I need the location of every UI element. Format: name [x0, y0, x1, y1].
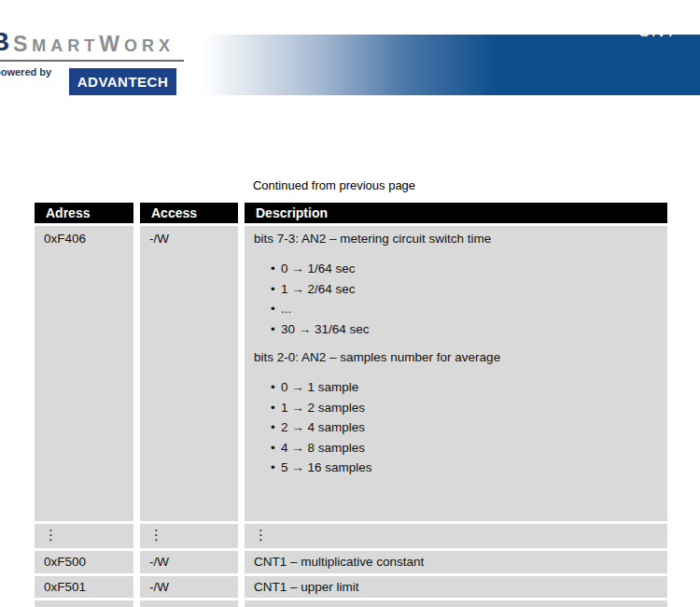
cell-access-ellipsis: ⋮ [140, 524, 238, 548]
bb-logo-b: B [0, 29, 9, 55]
list-item: 0 → 1/64 sec [271, 259, 667, 279]
cell-adress-ellipsis: ⋮ [35, 524, 133, 548]
desc-bits-7-3: bits 7-3: AN2 – metering circuit switch … [254, 232, 667, 246]
smartworx-logo: SMARTWORX [13, 34, 175, 56]
cell-access: -/W [140, 600, 238, 607]
list-item: 1 → 2 samples [271, 398, 667, 418]
cell-description: CNT1 – lower limit [245, 600, 667, 607]
cell-access: -/W [140, 226, 238, 521]
smartworx-letter: S [13, 32, 32, 56]
list-item: 30 → 31/64 sec [271, 319, 667, 340]
cell-access: -/W [140, 551, 238, 573]
cell-description: bits 7-3: AN2 – metering circuit switch … [245, 226, 667, 521]
smartworx-letter: W [99, 32, 124, 56]
bullet-list-samples: 0 → 1 sample 1 → 2 samples 2 → 4 samples… [254, 377, 667, 478]
cell-description: CNT1 – multiplicative constant [245, 551, 667, 573]
table-row-ellipsis: ⋮ ⋮ ⋮ [35, 524, 667, 548]
banner-title: CNT [637, 21, 677, 39]
cell-adress: 0xF406 [35, 226, 133, 521]
header-cell-access: Access [140, 203, 238, 223]
advantech-logo: ADVANTECH [69, 68, 176, 95]
desc-bits-2-0: bits 2-0: AN2 – samples number for avera… [254, 350, 667, 364]
cell-access: -/W [140, 576, 238, 598]
bullet-list-switch-time: 0 → 1/64 sec 1 → 2/64 sec ... 30 → 31/64… [254, 259, 667, 339]
list-item: 4 → 8 samples [271, 438, 667, 459]
list-item: 5 → 16 samples [271, 458, 667, 478]
list-item: ... [271, 299, 667, 319]
cell-description: CNT1 – upper limit [245, 576, 667, 598]
list-item: 1 → 2/64 sec [271, 279, 667, 300]
powered-by-label: powered by [0, 66, 51, 78]
continued-note: Continued from previous page [0, 178, 668, 192]
table-row-f500: 0xF500 -/W CNT1 – multiplicative constan… [35, 551, 667, 573]
smartworx-letters: MART [32, 36, 99, 55]
cell-adress: 0xF502 [35, 600, 133, 607]
table-header-row: Adress Access Description [35, 203, 667, 223]
cell-adress: 0xF501 [35, 576, 133, 598]
list-item: 2 → 4 samples [271, 417, 667, 438]
table-row-f502: 0xF502 -/W CNT1 – lower limit [35, 600, 667, 607]
advantech-logo-text: ADVANTECH [77, 74, 169, 90]
brand-divider-rule [0, 60, 184, 62]
header-cell-description: Description [245, 203, 667, 223]
cell-adress: 0xF500 [35, 551, 133, 573]
smartworx-letters: ORX [124, 36, 175, 55]
table-row-f406: 0xF406 -/W bits 7-3: AN2 – metering circ… [35, 226, 667, 521]
manual-page: CNT B SMARTWORX powered by ADVANTECH Con… [0, 0, 700, 607]
cell-description-ellipsis: ⋮ [245, 524, 667, 548]
list-item: 0 → 1 sample [271, 377, 667, 398]
header-cell-adress: Adress [35, 203, 133, 223]
table-row-f501: 0xF501 -/W CNT1 – upper limit [35, 576, 667, 598]
registers-table: Adress Access Description 0xF406 -/W bit… [35, 203, 667, 607]
